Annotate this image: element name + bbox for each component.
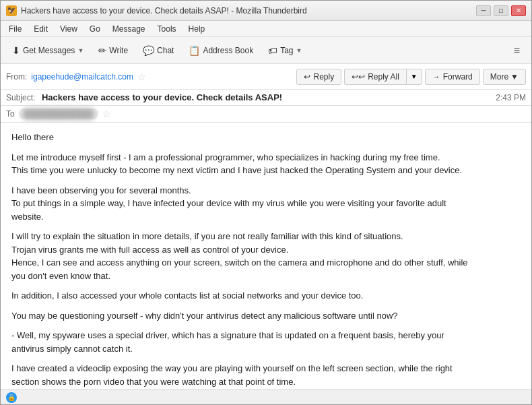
body-paragraph-6: - Well, my spyware uses a special driver…: [11, 329, 521, 355]
write-button[interactable]: ✏ Write: [92, 42, 134, 59]
write-icon: ✏: [98, 45, 106, 56]
more-dropdown-icon: ▼: [510, 72, 519, 82]
chat-label: Chat: [157, 46, 174, 55]
title-bar-left: 🦅 Hackers have access to your device. Ch…: [6, 5, 307, 16]
menu-view[interactable]: View: [55, 23, 83, 35]
subject-area: Subject: Hackers have access to your dev…: [6, 92, 282, 102]
to-star-icon[interactable]: ☆: [102, 108, 111, 119]
menu-edit[interactable]: Edit: [28, 23, 53, 35]
get-messages-icon: ⬇: [12, 45, 20, 56]
body-paragraph-2: I have been observing you for several mo…: [11, 184, 521, 224]
from-line: From: igapeehude@mailcatch.com ☆: [6, 71, 146, 82]
subject-text: Hackers have access to your device. Chec…: [42, 92, 282, 102]
write-label: Write: [109, 46, 128, 55]
body-paragraph-5: You may be questioning yourself - why di…: [11, 309, 521, 323]
menu-bar: File Edit View Go Message Tools Help: [1, 21, 531, 37]
email-body: Hello there Let me introduce myself firs…: [1, 123, 531, 390]
address-book-icon: 📋: [189, 45, 200, 56]
more-button[interactable]: More ▼: [483, 69, 526, 85]
forward-button[interactable]: → Forward: [425, 69, 480, 85]
window-title: Hackers have access to your device. Chec…: [21, 6, 307, 15]
app-icon: 🦅: [6, 5, 17, 16]
reply-all-dropdown-button[interactable]: ▼: [406, 69, 422, 85]
tag-button[interactable]: 🏷 Tag ▼: [262, 42, 308, 59]
get-messages-dropdown-icon: ▼: [77, 47, 84, 54]
from-label: From:: [6, 72, 27, 82]
reply-all-label: Reply All: [368, 72, 399, 82]
tag-dropdown-icon: ▼: [296, 47, 302, 54]
body-paragraph-0: Hello there: [11, 131, 521, 144]
menu-go[interactable]: Go: [84, 23, 106, 35]
star-icon[interactable]: ☆: [137, 71, 146, 82]
title-bar: 🦅 Hackers have access to your device. Ch…: [1, 1, 531, 21]
title-bar-controls: ─ □ ✕: [476, 5, 526, 16]
to-address: ████████████: [19, 108, 98, 119]
body-paragraph-7: I have created a videoclip exposing the …: [11, 362, 521, 390]
status-icon: 🔒: [6, 392, 17, 403]
more-label: More: [490, 72, 508, 82]
menu-help[interactable]: Help: [183, 23, 211, 35]
reply-button[interactable]: ↩ Reply: [296, 69, 341, 85]
reply-all-icon: ↩↩: [352, 72, 365, 82]
address-book-label: Address Book: [203, 46, 253, 55]
message-time: 2:43 PM: [496, 93, 526, 102]
tag-icon: 🏷: [268, 45, 277, 56]
menu-file[interactable]: File: [3, 23, 27, 35]
address-book-button[interactable]: 📋 Address Book: [182, 42, 259, 59]
main-window: 🦅 Hackers have access to your device. Ch…: [0, 0, 532, 405]
to-label: To: [6, 109, 15, 119]
reply-label: Reply: [313, 72, 334, 82]
sender-email: igapeehude@mailcatch.com: [31, 72, 133, 82]
status-bar: 🔒: [1, 390, 531, 404]
reply-all-button[interactable]: ↩↩ Reply All: [344, 69, 406, 85]
subject-line: Subject: Hackers have access to your dev…: [1, 90, 531, 106]
maximize-button[interactable]: □: [494, 5, 508, 16]
chat-button[interactable]: 💬 Chat: [137, 42, 180, 59]
body-paragraph-4: In addition, I also accessed your whole …: [11, 289, 521, 303]
body-paragraph-3: I will try to explain the situation in m…: [11, 230, 521, 282]
to-line: To ████████████ ☆: [1, 106, 531, 123]
hamburger-menu-button[interactable]: ≡: [508, 41, 526, 60]
subject-label: Subject:: [6, 93, 35, 102]
close-button[interactable]: ✕: [511, 5, 526, 16]
reply-icon: ↩: [304, 72, 310, 82]
menu-tools[interactable]: Tools: [152, 23, 182, 35]
tag-label: Tag: [280, 46, 293, 55]
menu-message[interactable]: Message: [107, 23, 151, 35]
forward-icon: →: [432, 72, 440, 82]
minimize-button[interactable]: ─: [476, 5, 491, 16]
forward-label: Forward: [443, 72, 473, 82]
main-toolbar: ⬇ Get Messages ▼ ✏ Write 💬 Chat 📋 Addres…: [1, 37, 531, 64]
reply-all-group: ↩↩ Reply All ▼: [344, 69, 422, 85]
get-messages-button[interactable]: ⬇ Get Messages ▼: [6, 42, 90, 59]
body-paragraph-1: Let me introduce myself first - I am a p…: [11, 151, 521, 177]
get-messages-label: Get Messages: [23, 46, 75, 55]
chat-icon: 💬: [143, 45, 154, 56]
message-action-buttons: ↩ Reply ↩↩ Reply All ▼ → Forward More ▼: [296, 69, 526, 85]
message-header-bar: From: igapeehude@mailcatch.com ☆ ↩ Reply…: [1, 64, 531, 90]
